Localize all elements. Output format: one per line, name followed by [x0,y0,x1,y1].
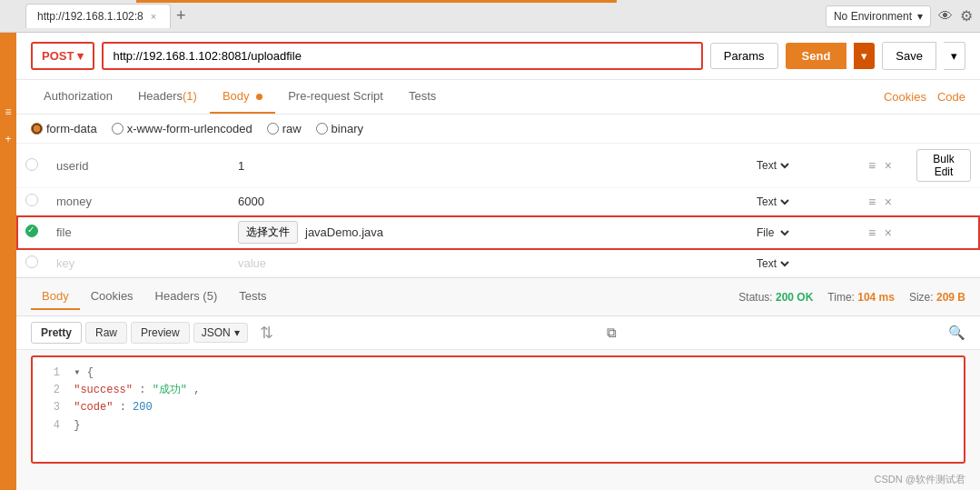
browser-tab[interactable]: http://192.168.1.102:8 × [25,4,171,28]
search-button[interactable]: 🔍 [948,325,965,341]
row-actions: ≡ × [853,188,907,215]
resp-tab-tests[interactable]: Tests [228,284,277,310]
body-active-dot [256,94,262,100]
response-body: Pretty Raw Preview JSON ▾ ⇅ ⧉ 🔍 1 ▾ { 2 [16,316,980,490]
form-table: userid 1 TextFile ≡ × Bulk Edit [16,144,980,277]
radio-form-data[interactable]: form-data [31,122,97,135]
choose-file-button[interactable]: 选择文件 [238,221,298,244]
resp-toolbar: Pretty Raw Preview JSON ▾ ⇅ ⧉ 🔍 [16,316,980,350]
eye-button[interactable]: 👁 [938,8,953,25]
main-area: POST ▾ Params Send ▾ Save ▾ Authorizatio… [16,33,980,490]
status-label: Status: 200 OK [738,291,813,304]
radio-url-encoded[interactable]: x-www-form-urlencoded [112,122,252,135]
row-value[interactable]: 1 [229,144,744,188]
code-line: 3 "code" : 200 [42,399,955,416]
row-menu-icon[interactable]: ≡ [866,158,878,173]
resp-tab-headers[interactable]: Headers (5) [144,284,229,310]
row-checkbox[interactable] [25,194,38,206]
row-delete-icon[interactable]: × [882,225,895,240]
row-delete-icon[interactable]: × [882,158,895,173]
row-key[interactable]: userid [47,144,229,188]
top-accent-bar [136,0,617,3]
send-button[interactable]: Send [786,43,847,69]
row-key[interactable]: money [47,188,229,215]
code-link[interactable]: Code [937,90,965,104]
bulk-edit-button[interactable]: Bulk Edit [916,149,971,182]
code-area: 1 ▾ { 2 "success" : "成功" , 3 "code" : 20… [31,355,965,464]
params-button[interactable]: Params [710,43,778,69]
type-select[interactable]: TextFile [753,256,792,271]
tab-pre-request[interactable]: Pre-request Script [275,80,396,114]
save-dropdown-button[interactable]: ▾ [944,42,965,70]
gear-button[interactable]: ⚙ [960,7,973,25]
row-key[interactable]: file [47,215,229,250]
table-row: file 选择文件 javaDemo.java FileText ≡ [16,215,980,250]
tab-tests[interactable]: Tests [396,80,449,114]
tab-right-links: Cookies Code [884,90,965,104]
view-preview-btn[interactable]: Preview [131,322,190,344]
response-header: Body Cookies Headers (5) Tests Status: 2… [16,278,980,316]
format-selector[interactable]: JSON ▾ [193,323,248,343]
method-selector[interactable]: POST ▾ [31,42,94,70]
cookies-link[interactable]: Cookies [884,90,926,104]
request-tabs-row: Authorization Headers(1) Body Pre-reques… [16,80,980,115]
format-chevron-icon: ▾ [234,326,240,339]
row-checkbox[interactable] [25,158,38,171]
row-checkbox[interactable] [25,255,38,268]
watermark-text: CSDN @软件测试君 [16,469,980,490]
sidebar-icon-1[interactable]: ≡ [5,105,11,118]
row-menu-icon[interactable]: ≡ [866,195,878,209]
view-raw-btn[interactable]: Raw [85,322,127,344]
tab-url-label: http://192.168.1.102:8 [37,10,144,23]
time-value: 104 ms [857,291,895,304]
env-selector: No Environment ▾ 👁 ⚙ [826,5,973,27]
env-chevron-icon: ▾ [917,10,923,23]
tab-authorization[interactable]: Authorization [31,80,125,114]
env-label: No Environment [834,10,912,23]
row-delete-icon[interactable]: × [882,195,895,209]
left-sidebar: ≡ + [0,33,16,490]
browser-tab-bar: http://192.168.1.102:8 × + No Environmen… [0,0,980,33]
tab-body[interactable]: Body [210,80,275,114]
tab-headers[interactable]: Headers(1) [125,80,210,114]
env-dropdown[interactable]: No Environment ▾ [826,5,931,27]
method-chevron-icon: ▾ [77,49,84,63]
bulk-edit-cell: Bulk Edit [907,144,980,188]
type-select[interactable]: TextFile [753,158,792,173]
radio-raw[interactable]: raw [267,122,302,135]
resp-status-bar: Status: 200 OK Time: 104 ms Size: 209 B [738,291,965,304]
new-tab-button[interactable]: + [171,6,192,25]
table-row: key value TextFile [16,250,980,277]
row-type: TextFile [744,144,853,188]
row-type: TextFile [744,250,853,277]
resp-tab-body[interactable]: Body [31,284,80,310]
url-input[interactable] [102,42,702,70]
row-actions: ≡ × [853,215,907,250]
size-label: Size: 209 B [909,291,965,304]
save-button[interactable]: Save [882,42,936,70]
tab-close-btn[interactable]: × [151,11,156,22]
file-name-label: javaDemo.java [305,225,383,239]
time-label: Time: 104 ms [827,291,895,304]
row-actions: ≡ × [853,144,907,188]
copy-button[interactable]: ⧉ [607,325,617,341]
view-pretty-btn[interactable]: Pretty [31,322,82,344]
type-select[interactable]: TextFile [753,195,792,209]
body-type-row: form-data x-www-form-urlencoded raw bina… [16,115,980,144]
row-checkbox[interactable] [25,225,38,237]
size-value: 209 B [936,291,965,304]
sort-icon[interactable]: ⇅ [257,323,276,343]
row-key[interactable]: key [47,250,229,277]
row-value[interactable]: 6000 [229,188,744,215]
send-dropdown-button[interactable]: ▾ [854,43,875,69]
request-bar: POST ▾ Params Send ▾ Save ▾ [16,33,980,80]
row-value[interactable]: value [229,250,744,277]
radio-binary[interactable]: binary [316,122,363,135]
table-row: money 6000 TextFile ≡ × [16,188,980,215]
row-menu-icon[interactable]: ≡ [866,225,878,240]
type-select[interactable]: FileText [753,225,792,240]
form-table-wrapper: userid 1 TextFile ≡ × Bulk Edit [16,144,980,277]
sidebar-icon-2[interactable]: + [5,133,11,145]
row-type: TextFile [744,188,853,215]
resp-tab-cookies[interactable]: Cookies [80,284,144,310]
